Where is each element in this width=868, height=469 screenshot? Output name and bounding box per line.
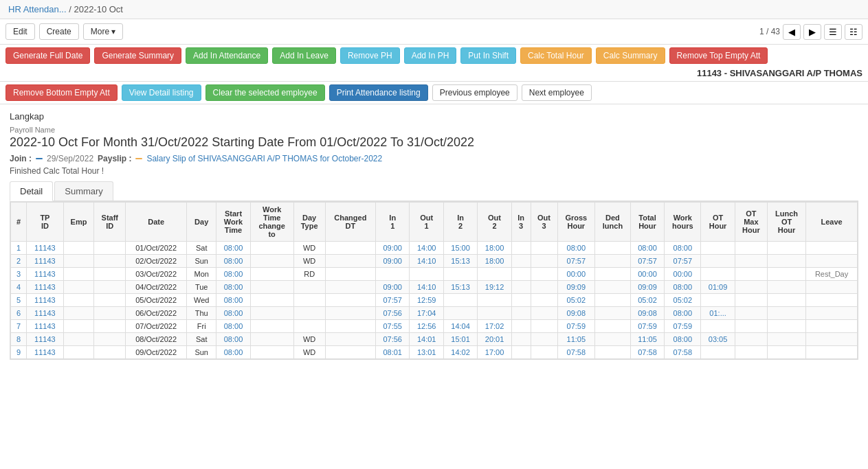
table-cell: 00:00	[557, 268, 595, 281]
remove-ph-button[interactable]: Remove PH	[340, 47, 400, 64]
table-cell: 11:05	[630, 333, 664, 346]
table-cell	[443, 294, 477, 307]
table-cell[interactable]: 11143	[27, 346, 63, 359]
table-cell: 15:00	[443, 242, 477, 255]
remove-bottom-button[interactable]: Remove Bottom Empty Att	[5, 84, 118, 101]
table-cell	[376, 268, 410, 281]
table-cell: 09:00	[376, 255, 410, 268]
table-cell: WD	[293, 242, 325, 255]
table-cell	[531, 255, 557, 268]
table-cell	[325, 320, 375, 333]
table-cell[interactable]: 11143	[27, 242, 63, 255]
table-cell: 09/Oct/2022	[126, 346, 187, 359]
col-out3: Out3	[531, 203, 557, 242]
table-cell: 09:09	[557, 281, 595, 294]
calc-total-hour-button[interactable]: Calc Total Hour	[520, 47, 592, 64]
table-cell[interactable]: 11143	[27, 320, 63, 333]
pagination-info: 1 / 43 ◀ ▶ ☰ ☷	[759, 24, 863, 40]
generate-full-date-button[interactable]: Generate Full Date	[5, 47, 90, 64]
table-cell	[531, 333, 557, 346]
table-cell[interactable]: 3	[11, 268, 27, 281]
list-view-button[interactable]: ☰	[824, 24, 842, 40]
table-cell: 07:56	[376, 333, 410, 346]
join-badge	[36, 158, 43, 159]
table-row: 31114303/Oct/2022Mon08:00RD00:0000:0000:…	[11, 268, 858, 281]
table-cell: 08:00	[665, 333, 701, 346]
breadcrumb-current: 2022-10 Oct	[74, 4, 123, 14]
table-cell	[735, 333, 767, 346]
print-listing-button[interactable]: Print Attendance listing	[329, 84, 428, 101]
breadcrumb-root[interactable]: HR Attendan...	[8, 4, 67, 14]
add-leave-button[interactable]: Add In Leave	[272, 47, 336, 64]
table-cell[interactable]: 8	[11, 333, 27, 346]
prev-employee-button[interactable]: Previous employee	[432, 84, 518, 101]
col-day: Day	[187, 203, 216, 242]
add-ph-button[interactable]: Add In PH	[404, 47, 457, 64]
next-page-button[interactable]: ▶	[803, 24, 821, 40]
next-employee-button[interactable]: Next employee	[522, 84, 592, 101]
tab-summary[interactable]: Summary	[54, 181, 113, 201]
table-cell	[293, 294, 325, 307]
col-out1: Out1	[410, 203, 443, 242]
table-cell: Sat	[187, 333, 216, 346]
table-cell: 07:55	[376, 320, 410, 333]
table-cell	[325, 268, 375, 281]
col-start-work: StartWorkTime	[216, 203, 250, 242]
table-cell[interactable]: 4	[11, 281, 27, 294]
put-shift-button[interactable]: Put In Shift	[460, 47, 516, 64]
table-cell[interactable]: 11143	[27, 255, 63, 268]
table-cell	[595, 281, 631, 294]
table-cell: 01:...	[701, 307, 735, 320]
table-cell[interactable]: 9	[11, 346, 27, 359]
clear-employee-button[interactable]: Clear the selected employee	[205, 84, 325, 101]
main-content: Langkap Payroll Name 2022-10 Oct For Mon…	[0, 104, 868, 367]
table-cell	[443, 268, 477, 281]
table-cell: 05:02	[557, 294, 595, 307]
table-cell[interactable]: 11143	[27, 333, 63, 346]
tab-detail[interactable]: Detail	[10, 181, 53, 201]
table-cell[interactable]: 2	[11, 255, 27, 268]
table-cell[interactable]: 11143	[27, 281, 63, 294]
col-in2: In2	[443, 203, 477, 242]
add-attendance-button[interactable]: Add In Attendance	[186, 47, 268, 64]
prev-page-button[interactable]: ◀	[783, 24, 801, 40]
view-detail-button[interactable]: View Detail listing	[122, 84, 201, 101]
calc-summary-button[interactable]: Calc Summary	[596, 47, 665, 64]
table-cell[interactable]: 11143	[27, 307, 63, 320]
table-cell	[478, 307, 511, 320]
table-cell: 07:57	[557, 255, 595, 268]
col-gross: GrossHour	[557, 203, 595, 242]
table-cell	[325, 333, 375, 346]
col-leave: Leave	[806, 203, 858, 242]
table-cell	[806, 307, 858, 320]
employee-label: 11143 - SHIVASANGGARI A/P THOMAS	[697, 68, 863, 78]
payslip-link[interactable]: Salary Slip of SHIVASANGGARI A/P THOMAS …	[146, 154, 382, 163]
table-cell[interactable]: 6	[11, 307, 27, 320]
table-cell	[767, 333, 805, 346]
table-cell: Sat	[187, 242, 216, 255]
table-cell	[735, 268, 767, 281]
table-cell[interactable]: 5	[11, 294, 27, 307]
table-row: 51114305/Oct/2022Wed08:0007:5712:5905:02…	[11, 294, 858, 307]
table-cell[interactable]: 11143	[27, 268, 63, 281]
table-cell: 14:02	[443, 346, 477, 359]
table-cell[interactable]: 7	[11, 320, 27, 333]
more-button[interactable]: More ▾	[83, 23, 124, 40]
table-cell: 09:08	[630, 307, 664, 320]
table-cell	[293, 307, 325, 320]
grid-view-button[interactable]: ☷	[845, 24, 863, 40]
generate-summary-button[interactable]: Generate Summary	[94, 47, 181, 64]
col-day-type: DayType	[293, 203, 325, 242]
create-button[interactable]: Create	[39, 23, 79, 40]
table-cell: 07:57	[630, 255, 664, 268]
table-cell: 12:59	[410, 294, 443, 307]
edit-button[interactable]: Edit	[5, 23, 35, 40]
table-cell[interactable]: 1	[11, 242, 27, 255]
table-cell: 04/Oct/2022	[126, 281, 187, 294]
remove-top-empty-button[interactable]: Remove Top Empty Att	[669, 47, 768, 64]
table-cell[interactable]: 11143	[27, 294, 63, 307]
table-cell	[63, 242, 94, 255]
table-cell	[806, 320, 858, 333]
table-cell	[767, 281, 805, 294]
table-cell: 08:00	[216, 320, 250, 333]
